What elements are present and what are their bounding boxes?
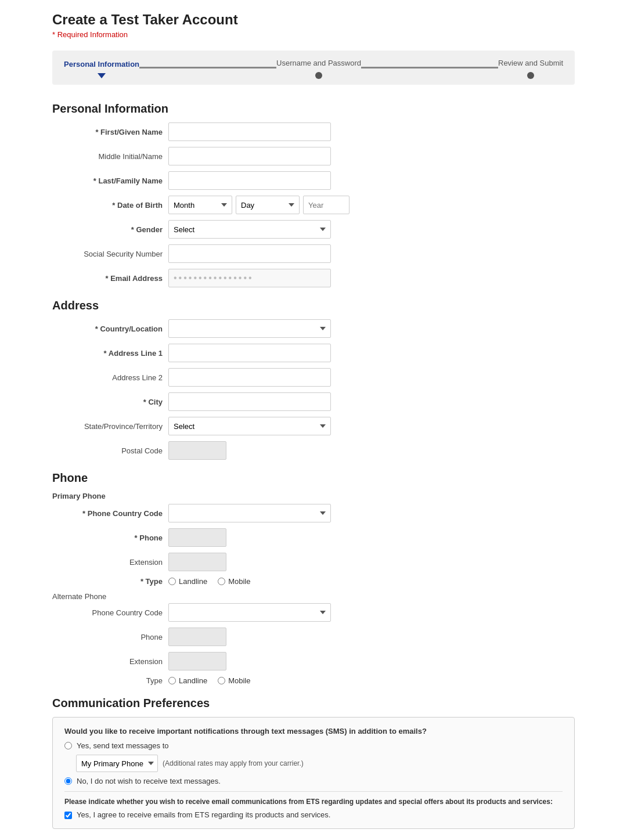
step-review-indicator xyxy=(527,72,534,79)
primary-landline-option[interactable]: Landline xyxy=(168,577,207,586)
ssn-row: Social Security Number xyxy=(52,244,575,263)
postal-row: Postal Code xyxy=(52,441,575,460)
step-credentials-indicator xyxy=(315,72,322,79)
email-display: •••••••••••••••• xyxy=(168,269,331,287)
email-label: * Email Address xyxy=(52,274,168,283)
middle-name-row: Middle Initial/Name xyxy=(52,147,575,165)
middle-name-input[interactable] xyxy=(168,147,331,165)
dob-group: Month JanuaryFebruaryMarch AprilMayJune … xyxy=(168,196,349,214)
sms-yes-label[interactable]: Yes, send text messages to xyxy=(77,741,169,750)
last-name-label: * Last/Family Name xyxy=(52,176,168,185)
primary-country-code-select[interactable]: +1 (United States) +44 (United Kingdom) … xyxy=(168,504,331,522)
progress-bar: Personal Information Username and Passwo… xyxy=(52,51,575,85)
connector-1 xyxy=(139,67,276,69)
city-label: * City xyxy=(52,398,168,406)
alt-extension-row: Extension xyxy=(52,652,575,670)
gender-select[interactable]: Select Male Female Non-binary Prefer not… xyxy=(168,220,331,239)
dob-month-select[interactable]: Month JanuaryFebruaryMarch AprilMayJune … xyxy=(168,196,232,214)
gender-row: * Gender Select Male Female Non-binary P… xyxy=(52,220,575,239)
personal-section-title: Personal Information xyxy=(52,102,575,116)
comm-divider xyxy=(64,791,563,792)
gender-label: * Gender xyxy=(52,225,168,234)
sms-phone-select[interactable]: My Primary Phone xyxy=(76,755,158,772)
alt-landline-option[interactable]: Landline xyxy=(168,676,207,685)
primary-type-radio-group: Landline Mobile xyxy=(168,577,250,586)
alt-type-radio-group: Landline Mobile xyxy=(168,676,250,685)
dob-label: * Date of Birth xyxy=(52,201,168,210)
address1-label: * Address Line 1 xyxy=(52,349,168,358)
step-credentials-label: Username and Password xyxy=(276,59,361,67)
sms-no-label[interactable]: No, I do not wish to receive text messag… xyxy=(77,777,221,785)
primary-phone-row: * Phone xyxy=(52,528,575,547)
dob-day-select[interactable]: Day 12345 678910 1112131415 1617181920 2… xyxy=(236,196,300,214)
alt-phone-input[interactable] xyxy=(168,628,226,646)
address1-row: * Address Line 1 xyxy=(52,344,575,362)
sms-no-radio[interactable] xyxy=(64,777,72,785)
alt-country-code-label: Phone Country Code xyxy=(52,608,168,617)
alt-phone-label: Phone xyxy=(52,633,168,641)
connector-2 xyxy=(361,67,498,69)
state-label: State/Province/Territory xyxy=(52,422,168,431)
address-section-title: Address xyxy=(52,299,575,312)
alt-extension-label: Extension xyxy=(52,657,168,666)
step-review-label: Review and Submit xyxy=(498,59,563,67)
primary-type-row: * Type Landline Mobile xyxy=(52,577,575,586)
primary-mobile-option[interactable]: Mobile xyxy=(218,577,250,586)
last-name-input[interactable] xyxy=(168,171,331,190)
step-personal[interactable]: Personal Information xyxy=(64,60,139,78)
email-agree-checkbox[interactable] xyxy=(64,812,72,819)
postal-input[interactable] xyxy=(168,441,226,460)
address2-label: Address Line 2 xyxy=(52,373,168,382)
comm-pref-box: Would you like to receive important noti… xyxy=(52,717,575,829)
state-select[interactable]: Select AlabamaAlaskaArizona CaliforniaCo… xyxy=(168,417,331,435)
step-personal-indicator xyxy=(98,73,106,78)
alt-mobile-radio[interactable] xyxy=(218,677,225,684)
alt-phone-row: Phone xyxy=(52,628,575,646)
country-label: * Country/Location xyxy=(52,325,168,333)
dob-year-input[interactable] xyxy=(303,196,349,214)
primary-extension-row: Extension xyxy=(52,553,575,571)
middle-name-label: Middle Initial/Name xyxy=(52,152,168,161)
primary-phone-subheader: Primary Phone xyxy=(52,492,575,500)
primary-extension-input[interactable] xyxy=(168,553,226,571)
required-info-text: * Required Information xyxy=(52,30,575,39)
alt-country-code-select[interactable]: +1 (United States) +44 (United Kingdom) … xyxy=(168,603,331,622)
alt-landline-radio[interactable] xyxy=(168,677,176,684)
step-credentials[interactable]: Username and Password xyxy=(276,59,361,79)
email-agree-label[interactable]: Yes, I agree to receive emails from ETS … xyxy=(77,810,330,819)
alt-mobile-option[interactable]: Mobile xyxy=(218,676,250,685)
primary-type-label: * Type xyxy=(52,577,168,586)
address2-input[interactable] xyxy=(168,368,331,387)
primary-mobile-radio[interactable] xyxy=(218,578,225,585)
email-pref-question: Please indicate whether you wish to rece… xyxy=(64,798,563,806)
phone-section-title: Phone xyxy=(52,471,575,485)
alt-type-label: Type xyxy=(52,676,168,685)
primary-phone-input[interactable] xyxy=(168,528,226,547)
address1-input[interactable] xyxy=(168,344,331,362)
first-name-label: * First/Given Name xyxy=(52,128,168,136)
sms-phone-select-row: My Primary Phone (Additional rates may a… xyxy=(76,755,563,772)
last-name-row: * Last/Family Name xyxy=(52,171,575,190)
city-input[interactable] xyxy=(168,392,331,411)
page-title: Create a Test Taker Account xyxy=(52,12,575,28)
dob-row: * Date of Birth Month JanuaryFebruaryMar… xyxy=(52,196,575,214)
sms-note: (Additional rates may apply from your ca… xyxy=(163,759,304,767)
email-row: * Email Address •••••••••••••••• xyxy=(52,269,575,287)
first-name-row: * First/Given Name xyxy=(52,122,575,141)
alt-type-row: Type Landline Mobile xyxy=(52,676,575,685)
country-select[interactable]: United States Canada United Kingdom xyxy=(168,319,331,338)
alt-extension-input[interactable] xyxy=(168,652,226,670)
step-review[interactable]: Review and Submit xyxy=(498,59,563,79)
first-name-input[interactable] xyxy=(168,122,331,141)
primary-landline-radio[interactable] xyxy=(168,578,176,585)
sms-yes-radio[interactable] xyxy=(64,742,72,749)
country-row: * Country/Location United States Canada … xyxy=(52,319,575,338)
primary-phone-label: * Phone xyxy=(52,533,168,542)
city-row: * City xyxy=(52,392,575,411)
alt-country-code-row: Phone Country Code +1 (United States) +4… xyxy=(52,603,575,622)
address2-row: Address Line 2 xyxy=(52,368,575,387)
primary-country-code-label: * Phone Country Code xyxy=(52,509,168,518)
primary-country-code-row: * Phone Country Code +1 (United States) … xyxy=(52,504,575,522)
ssn-input[interactable] xyxy=(168,244,331,263)
comm-section-title: Communication Preferences xyxy=(52,697,575,710)
